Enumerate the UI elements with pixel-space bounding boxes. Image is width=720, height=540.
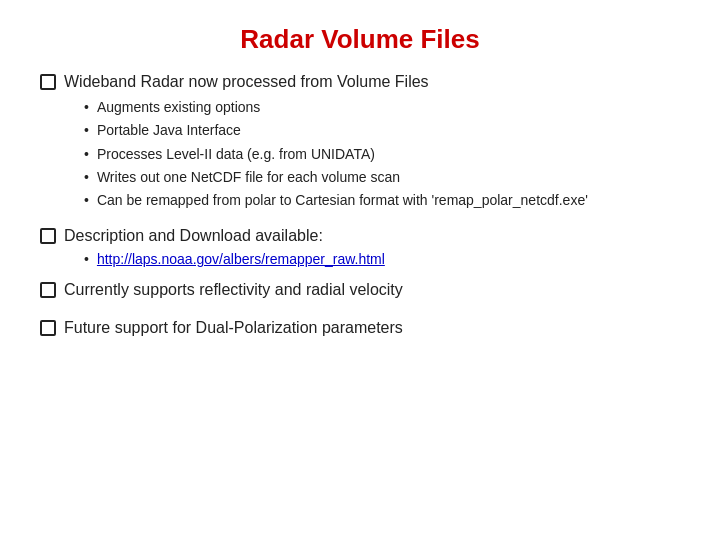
description-link[interactable]: http://laps.noaa.gov/albers/remapper_raw… [97, 251, 385, 267]
section-reflectivity-header: Currently supports reflectivity and radi… [40, 281, 680, 299]
list-item: Writes out one NetCDF file for each volu… [84, 167, 680, 187]
section-description-header: Description and Download available: [40, 227, 680, 245]
checkbox-wideband [40, 74, 56, 90]
page: Radar Volume Files Wideband Radar now pr… [0, 0, 720, 540]
section-wideband-header: Wideband Radar now processed from Volume… [40, 73, 680, 91]
checkbox-future [40, 320, 56, 336]
checkbox-reflectivity [40, 282, 56, 298]
bullet-4-text: Writes out one NetCDF file for each volu… [97, 167, 400, 187]
list-item: Augments existing options [84, 97, 680, 117]
bullet-3-text: Processes Level-II data (e.g. from UNIDA… [97, 144, 375, 164]
section-future-header: Future support for Dual-Polarization par… [40, 319, 680, 337]
section-wideband-label: Wideband Radar now processed from Volume… [64, 73, 429, 91]
list-item: Can be remapped from polar to Cartesian … [84, 190, 680, 210]
list-item: Processes Level-II data (e.g. from UNIDA… [84, 144, 680, 164]
list-item: Portable Java Interface [84, 120, 680, 140]
bullet-5-text: Can be remapped from polar to Cartesian … [97, 190, 588, 210]
section-future: Future support for Dual-Polarization par… [40, 319, 680, 343]
section-description: Description and Download available: http… [40, 227, 680, 267]
section-future-label: Future support for Dual-Polarization par… [64, 319, 403, 337]
wideband-bullet-list: Augments existing options Portable Java … [84, 97, 680, 210]
checkbox-description [40, 228, 56, 244]
section-reflectivity: Currently supports reflectivity and radi… [40, 281, 680, 305]
description-link-item: http://laps.noaa.gov/albers/remapper_raw… [84, 251, 680, 267]
bullet-1-text: Augments existing options [97, 97, 260, 117]
page-title: Radar Volume Files [40, 24, 680, 55]
section-description-label: Description and Download available: [64, 227, 323, 245]
section-wideband: Wideband Radar now processed from Volume… [40, 73, 680, 213]
bullet-2-text: Portable Java Interface [97, 120, 241, 140]
section-reflectivity-label: Currently supports reflectivity and radi… [64, 281, 403, 299]
